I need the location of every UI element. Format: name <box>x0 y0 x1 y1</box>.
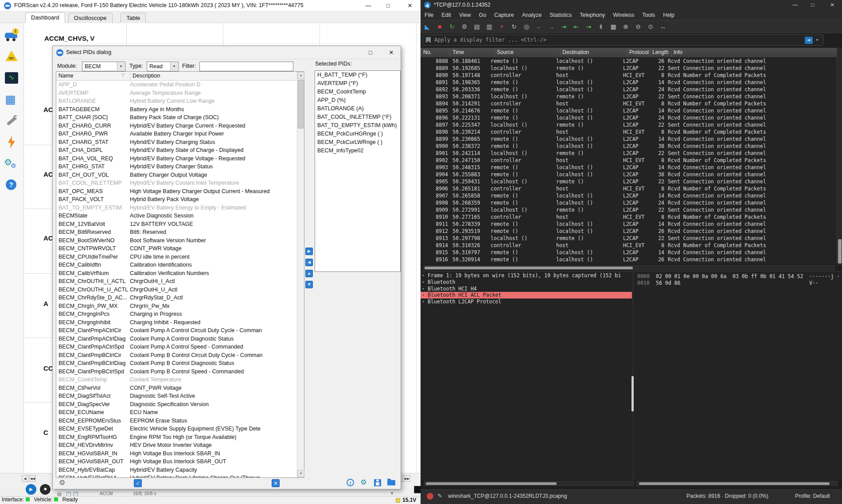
expand-arrow-icon[interactable]: ▸ <box>422 292 425 299</box>
packet-row[interactable]: 889050.197148controllerhostHCI_EVT8Rcvd … <box>421 72 837 79</box>
chevron-down-icon[interactable]: ▼ <box>117 62 125 70</box>
protocol-tree-row[interactable]: ▸Bluetooth HCI ACL Packet <box>421 292 632 299</box>
confirm-checkbox[interactable]: ✓ <box>134 479 142 487</box>
packet-list-hscrollbar[interactable] <box>423 265 835 270</box>
pid-row[interactable]: BATLORANGEHybrid Battery Current Low Ran… <box>56 97 298 105</box>
col-info[interactable]: Info <box>674 49 682 55</box>
open-file-icon[interactable]: ▤ <box>471 21 483 32</box>
capture-comment-icon[interactable]: ✎ <box>437 492 442 499</box>
scrollbar-thumb[interactable] <box>298 80 304 128</box>
pid-row[interactable]: BECM_HGVolSBAR_OUTHigh Voltage Bus Inter… <box>56 457 298 466</box>
pid-row[interactable]: AVERTEMPAverage Temperature Range <box>56 89 298 97</box>
pid-row[interactable]: BECMStateActive Diagnostic Session <box>56 212 298 220</box>
scrollbar-thumb[interactable] <box>425 267 633 269</box>
packet-row[interactable]: 889550.214676remote ()localhost ()L2CAP1… <box>421 107 837 114</box>
folder-icon[interactable] <box>387 480 395 485</box>
col-length[interactable]: Length <box>652 49 669 55</box>
pid-row[interactable]: BECM_12VBatVolt12V BATTERY VOLTAGE <box>56 220 298 229</box>
scrollbar-thumb[interactable] <box>838 239 842 264</box>
stop-button[interactable]: ■ <box>40 484 51 495</box>
name-column-header[interactable]: Name <box>58 73 73 79</box>
page-prev-button[interactable]: ◀ <box>22 475 28 482</box>
packet-row[interactable]: 890750.265858remote ()localhost ()L2CAP1… <box>421 192 837 199</box>
menu-view[interactable]: View <box>455 10 475 20</box>
pid-row[interactable]: BECM_CNTPWRVOLTCONT_PWR Voltage <box>56 244 298 253</box>
filter-input[interactable] <box>199 62 293 71</box>
pid-row[interactable]: BECM_ChrgngInhibitCharging Inhibit - Req… <box>56 318 298 327</box>
packet-row[interactable]: 891650.320914remote ()localhost ()L2CAP2… <box>421 256 837 263</box>
go-to-packet-icon[interactable]: ⇥ <box>558 21 569 32</box>
scrollbar-thumb[interactable] <box>639 482 830 485</box>
packet-row[interactable]: 891550.319797remote ()localhost ()L2CAP1… <box>421 249 837 256</box>
selected-pid-item[interactable]: AVERTEMP (°F) <box>315 79 400 88</box>
packet-row[interactable]: 888950.192685localhost ()remote ()L2CAP2… <box>421 65 837 72</box>
menu-edit[interactable]: Edit <box>437 10 455 20</box>
save-file-icon[interactable]: ▥ <box>483 21 495 32</box>
pid-row[interactable]: BAT_CHARG_CURRHybrid/EV Battery Charge C… <box>56 122 298 130</box>
pid-row[interactable]: BECM_ECUNameECU Name <box>56 408 298 417</box>
pid-row[interactable]: BECM_CoolntTempCoolant Temperature <box>56 376 298 384</box>
settings-gears-icon[interactable]: ⚙ ⚙ <box>4 156 19 173</box>
profile-status[interactable]: Profile: Default <box>795 493 830 499</box>
pid-row[interactable]: BECM_ChrgngInPcsCharging in Progress <box>56 310 298 318</box>
packet-row[interactable]: 889350.208371localhost ()remote ()L2CAP2… <box>421 93 837 100</box>
dialog-maximize-button[interactable]: □ <box>364 48 377 57</box>
ws-maximize-button[interactable]: □ <box>805 1 820 9</box>
protocol-tree-row[interactable]: ▸Bluetooth L2CAP Protocol <box>421 299 632 305</box>
ws-close-button[interactable]: ✕ <box>825 1 840 9</box>
pid-row[interactable]: BAT_CHARG_STATHybrid/EV Battery Charging… <box>56 138 298 147</box>
go-back-icon[interactable]: ← <box>533 21 545 32</box>
page-first-button[interactable]: ◀◀ <box>29 475 36 482</box>
pid-row[interactable]: BECM_DiagSpecVerDiagnostic Specification… <box>56 400 298 409</box>
capture-options-icon[interactable]: ⚙ <box>459 21 470 32</box>
pid-row[interactable]: BECM_EVSETypeDetElectric Vehicle Supply … <box>56 425 298 433</box>
help-icon[interactable]: ? <box>4 178 19 195</box>
expand-arrow-icon[interactable]: ▸ <box>422 272 425 279</box>
menu-telephony[interactable]: Telephony <box>576 10 609 20</box>
display-filter-input[interactable]: Apply a display filter ... <Ctrl-/> <box>434 37 546 43</box>
protocol-tree-row[interactable]: ▸Bluetooth HCI H4 <box>421 286 632 292</box>
hex-hscrollbar[interactable] <box>636 481 838 486</box>
zoom-in-icon[interactable]: ⊕ <box>620 21 632 32</box>
module-select[interactable]: BECM▼ <box>82 62 125 71</box>
pid-row[interactable]: BECM_Hyb/EVBatPkLfHybrid/EV Battery Pack… <box>56 474 298 477</box>
packet-row[interactable]: 889650.222131remote ()localhost ()L2CAP2… <box>421 114 837 121</box>
pid-row[interactable]: BECM_EngRPMTooHGEngine RPM Too High (or … <box>56 433 298 442</box>
expand-arrow-icon[interactable]: ▸ <box>422 279 425 286</box>
column-divider[interactable] <box>130 72 130 81</box>
packet-row[interactable]: 890050.238372remote ()localhost ()L2CAP3… <box>421 143 837 150</box>
menu-go[interactable]: Go <box>475 10 491 20</box>
expand-arrow-icon[interactable]: ▸ <box>422 286 425 292</box>
pid-row[interactable]: BAT_OPC_MEASHigh Voltage Battery Charger… <box>56 187 298 196</box>
pid-row[interactable]: APP_DAccelerator Pedal Position D <box>56 81 298 89</box>
pid-row[interactable]: BECM_EEPROMErsStusEEPROM Erase Status <box>56 417 298 425</box>
go-forward-icon[interactable]: → <box>546 21 557 32</box>
move-up-button[interactable]: ▲ <box>305 270 313 277</box>
minimize-button[interactable]: — <box>362 1 375 10</box>
vehicle-info-icon[interactable]: i <box>4 27 19 44</box>
find-packet-icon[interactable]: ◎ <box>521 21 532 32</box>
footer-gear-icon[interactable]: ⚙ <box>360 478 366 486</box>
pid-row[interactable]: BECM_CtPwrVolCONT_PWR Voltage <box>56 384 298 392</box>
info-icon[interactable]: i <box>347 479 354 486</box>
ws-minimize-button[interactable]: — <box>787 1 803 9</box>
selected-pid-item[interactable]: BECM_CoolntTemp <box>315 88 400 96</box>
dialog-close-button[interactable]: ✕ <box>385 48 398 57</box>
pid-row[interactable]: BECM_ChrOUTHI_U_ACTLChrgrOutHi_U_Actl <box>56 286 298 294</box>
selected-pid-item[interactable]: BATLORANGE (A) <box>315 105 400 113</box>
display-filter-bar[interactable]: Apply a display filter ... <Ctrl-/> ➜ ▼ <box>422 35 823 46</box>
selected-pid-item[interactable]: BAT_COOL_INLETTEMP (°F) <box>315 113 400 121</box>
autoscroll-icon[interactable]: ⇟ <box>595 21 607 32</box>
go-last-icon[interactable]: ⇥ <box>583 21 594 32</box>
close-button[interactable]: ✕ <box>403 1 417 10</box>
pid-row[interactable]: BAT_COOL_INLETTEMPHybrid/EV Battery Cool… <box>56 179 298 187</box>
packet-row[interactable]: 889450.214291controllerhostHCI_EVT8Rcvd … <box>421 100 837 107</box>
selected-pid-item[interactable]: BECM_infoType02 <box>315 147 400 155</box>
stop-capture-icon[interactable]: ■ <box>434 21 445 32</box>
selected-pid-item[interactable]: BECM_PckCurHGRnge ( ) <box>315 130 400 138</box>
tab-oscilloscope[interactable]: Oscilloscope <box>68 13 113 23</box>
pid-row[interactable]: BAT_CHA_VOL_REQHybrid/EV Battery Charge … <box>56 155 298 163</box>
packet-row[interactable]: 889150.198365remote ()localhost ()L2CAP1… <box>421 79 837 86</box>
colorize-icon[interactable]: ▦ <box>608 21 619 32</box>
reload-file-icon[interactable]: ↻ <box>508 21 520 32</box>
